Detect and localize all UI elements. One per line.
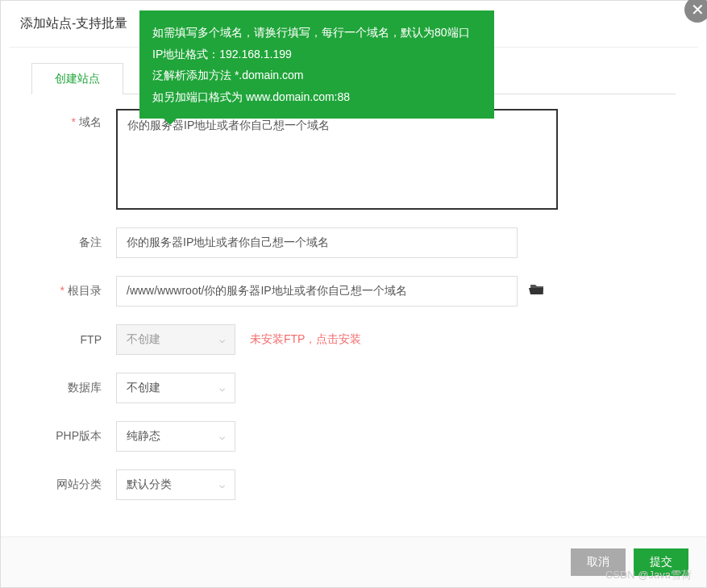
label-database: 数据库 (31, 381, 116, 395)
tooltip-line: IP地址格式：192.168.1.199 (152, 44, 481, 65)
domain-textarea[interactable] (116, 109, 558, 210)
tooltip-line: 泛解析添加方法 *.domain.com (152, 65, 481, 86)
add-site-modal: ✕ 添加站点-支持批量 如需填写多个域名，请换行填写，每行一个域名，默认为80端… (0, 0, 707, 588)
chevron-down-icon: ⌵ (219, 382, 225, 394)
chevron-down-icon: ⌵ (219, 334, 225, 345)
database-select[interactable]: 不创建 ⌵ (116, 373, 235, 403)
ftp-select-value: 不创建 (127, 332, 160, 347)
modal-footer: 取消 提交 (1, 536, 706, 587)
row-category: 网站分类 默认分类 ⌵ (31, 469, 676, 500)
label-php: PHP版本 (31, 429, 116, 444)
label-root: *根目录 (31, 284, 116, 298)
php-select-value: 纯静态 (127, 429, 160, 444)
domain-tooltip: 如需填写多个域名，请换行填写，每行一个域名，默认为80端口 IP地址格式：192… (139, 10, 494, 119)
row-ftp: FTP 不创建 ⌵ 未安装FTP，点击安装 (31, 324, 676, 355)
submit-button[interactable]: 提交 (634, 548, 688, 576)
row-remark: 备注 (31, 227, 676, 258)
category-select[interactable]: 默认分类 ⌵ (116, 469, 235, 500)
label-ftp: FTP (31, 333, 116, 346)
chevron-down-icon: ⌵ (219, 431, 225, 442)
label-remark: 备注 (31, 236, 116, 250)
label-category: 网站分类 (31, 477, 116, 492)
database-select-value: 不创建 (127, 381, 160, 395)
row-php: PHP版本 纯静态 ⌵ (31, 421, 676, 452)
remark-input[interactable] (116, 227, 518, 258)
tab-create-site[interactable]: 创建站点 (31, 63, 123, 94)
php-select[interactable]: 纯静态 ⌵ (116, 421, 235, 452)
category-select-value: 默认分类 (127, 477, 172, 492)
root-input[interactable] (116, 276, 518, 307)
ftp-warning-link[interactable]: 未安装FTP，点击安装 (250, 332, 361, 347)
tooltip-line: 如另加端口格式为 www.domain.com:88 (152, 86, 481, 108)
label-domain: *域名 (31, 109, 116, 130)
row-domain: *域名 (31, 109, 676, 210)
ftp-select[interactable]: 不创建 ⌵ (116, 324, 235, 355)
folder-icon[interactable] (529, 283, 545, 300)
tooltip-line: 如需填写多个域名，请换行填写，每行一个域名，默认为80端口 (152, 22, 481, 44)
row-database: 数据库 不创建 ⌵ (31, 373, 676, 403)
close-icon: ✕ (691, 0, 705, 19)
chevron-down-icon: ⌵ (219, 479, 225, 490)
site-form: *域名 备注 *根目录 FTP 不创建 ⌵ 未安装FTP，点击安装 数据库 (1, 109, 706, 500)
row-root: *根目录 (31, 276, 676, 307)
cancel-button[interactable]: 取消 (571, 548, 626, 576)
